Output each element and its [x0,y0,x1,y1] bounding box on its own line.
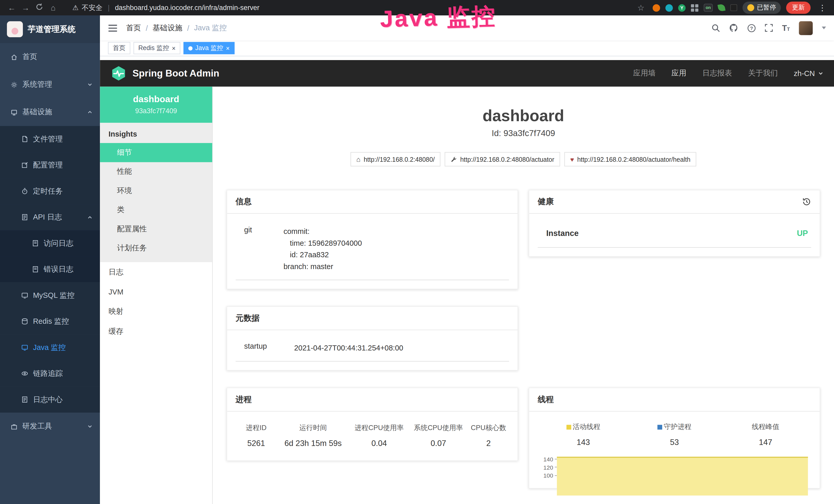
sidebar-item-home[interactable]: 首页 [0,43,100,71]
help-button[interactable]: ? [747,24,756,32]
sba-menu-item-scheduled-tasks[interactable]: 计划任务 [100,239,212,258]
chart-area [557,455,811,480]
github-button[interactable] [729,23,739,32]
sba-menu-item-environment[interactable]: 环境 [100,181,212,201]
instance-link-health[interactable]: ♥ http://192.168.0.2:48080/actuator/heal… [564,152,696,166]
sba-instance-header[interactable]: dashboard 93a3fc7f7409 [100,87,212,123]
extension-lion-icon[interactable] [653,4,660,12]
extension-leaf-icon[interactable] [717,4,725,12]
link-label: http://192.168.0.2:48080/ [364,156,435,163]
chart-y-axis: 140 120 100 [538,455,557,480]
sba-nav-applications[interactable]: 应用 [672,69,686,78]
sidebar-item-dev-tools[interactable]: 研发工具 [0,413,100,440]
chevron-down-icon [818,71,824,76]
column-header: 进程CPU使用率 [350,423,409,433]
tab-java-monitor[interactable]: Java 监控 × [183,42,234,54]
sba-menu-item-mappings[interactable]: 映射 [100,301,212,322]
sidebar-item-error-logs[interactable]: 错误日志 [0,256,100,282]
sba-menu-item-details[interactable]: 细节 [100,143,212,162]
extension-grid-icon[interactable] [691,4,698,12]
sidebar-item-access-logs[interactable]: 访问日志 [0,230,100,256]
instance-id: 93a3fc7f7409 [105,107,207,115]
breadcrumb-infrastructure[interactable]: 基础设施 [153,23,182,32]
sidebar-item-infrastructure[interactable]: 基础设施 [0,98,100,126]
metadata-card: 元数据 startup 2021-04-27T00:44:31.254+08:0… [226,306,518,371]
site-security[interactable]: ⚠ 不安全 [72,3,103,12]
sidebar-item-system[interactable]: 系统管理 [0,71,100,98]
tab-redis-monitor[interactable]: Redis 监控 × [134,42,180,54]
search-button[interactable] [712,24,720,32]
sidebar-item-label: 文件管理 [33,134,63,144]
column-header: CPU核心数 [468,423,509,433]
tab-close-icon[interactable]: × [226,45,230,51]
process-card-title: 进程 [227,388,518,412]
extension-y-icon[interactable]: Y [678,4,685,12]
sba-menu-item-config-props[interactable]: 配置属性 [100,220,212,239]
sidebar-item-label: 错误日志 [44,265,73,274]
sidebar-item-file-management[interactable]: 文件管理 [0,126,100,152]
health-card: 健康 Instance UP [529,190,820,257]
sba-menu-item-logs[interactable]: 日志 [100,262,212,282]
browser-menu-icon[interactable]: ⋮ [816,3,829,12]
sidebar-item-api-logs[interactable]: API 日志 [0,204,100,230]
sba-nav-journal[interactable]: 日志报表 [702,69,732,78]
sidebar-logo: 芋道管理系统 [0,16,100,43]
tab-label: Redis 监控 [138,44,169,53]
sba-menu-item-classes[interactable]: 类 [100,201,212,220]
instance-link-actuator[interactable]: http://192.168.0.2:48080/actuator [445,152,560,166]
divider: | [108,4,110,12]
sba-nav-about[interactable]: 关于我们 [748,69,778,78]
sidebar-item-java-monitor[interactable]: Java 监控 [0,335,100,361]
heart-icon: ♥ [570,156,574,163]
extension-drop-icon[interactable] [665,4,673,12]
extension-pin-icon[interactable] [730,4,737,11]
extension-on-icon[interactable]: on [704,4,713,12]
forward-icon[interactable]: → [19,3,32,12]
process-card: 进程 进程ID 运行时间 进程CPU使用率 系统CPU使用率 CPU核心数 52… [226,388,518,461]
hamburger-button[interactable] [108,24,117,32]
breadcrumb-separator: / [187,24,189,32]
update-button[interactable]: 更新 [786,2,811,14]
sidebar-item-redis-monitor[interactable]: Redis 监控 [0,308,100,334]
sba-nav-wallboard[interactable]: 应用墙 [633,69,656,78]
sba-language-select[interactable]: zh-CN [794,69,823,77]
timer-icon [21,188,28,194]
sidebar-item-trace[interactable]: 链路追踪 [0,361,100,386]
font-size-button[interactable]: TT [782,23,790,32]
reload-icon[interactable] [33,3,46,12]
breadcrumb-home[interactable]: 首页 [126,23,141,32]
recorder-paused-badge[interactable]: 已暂停 [743,2,781,14]
page-title: dashboard [226,107,820,125]
address-bar[interactable]: dashboard.yudao.iocoder.cn/infra/admin-s… [115,4,633,12]
info-card: 信息 git commit: time: 1596289704000 id: 2… [226,190,518,289]
chevron-up-icon [87,108,93,116]
sba-menu-item-caches[interactable]: 缓存 [100,322,212,342]
git-commit-time: time: 1596289704000 [284,237,509,249]
sidebar-item-label: Redis 监控 [33,317,69,326]
page-subtitle: Id: 93a3fc7f7409 [226,129,820,138]
bookmark-star-icon[interactable]: ☆ [634,3,647,12]
sidebar-item-mysql-monitor[interactable]: MySQL 监控 [0,282,100,308]
tab-close-icon[interactable]: × [172,45,176,51]
home-icon[interactable]: ⌂ [47,3,60,12]
back-icon[interactable]: ← [5,3,18,12]
instance-link-base[interactable]: ⌂ http://192.168.0.2:48080/ [351,152,441,166]
y-tick: 100 [544,473,553,479]
fullscreen-button[interactable] [765,24,773,32]
sidebar-item-log-center[interactable]: 日志中心 [0,386,100,412]
history-icon[interactable] [802,197,811,206]
sba-menu-item-metrics[interactable]: 性能 [100,162,212,182]
caret-down-icon [822,27,826,29]
sba-menu-item-jvm[interactable]: JVM [100,282,212,302]
avatar[interactable] [799,21,813,35]
health-card-title: 健康 [538,197,554,207]
help-icon: ? [747,24,756,32]
security-label: 不安全 [82,3,103,12]
file-icon [21,136,28,142]
sidebar-item-config-management[interactable]: 配置管理 [0,152,100,178]
sidebar-item-label: 定时任务 [33,186,63,196]
sidebar-item-scheduled-tasks[interactable]: 定时任务 [0,178,100,204]
daemon-threads-value: 53 [629,437,720,446]
hamburger-icon [108,24,117,32]
tab-home[interactable]: 首页 [108,42,130,54]
